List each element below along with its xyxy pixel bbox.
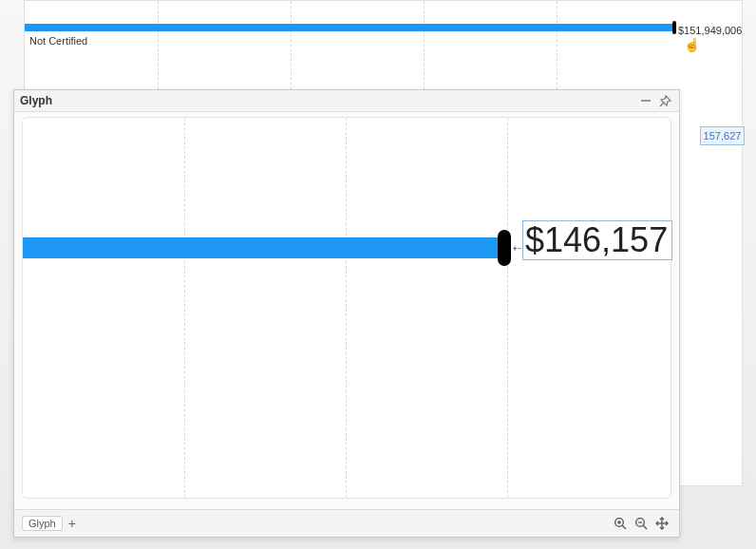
chart-category-label: Not Certified [29,35,87,47]
glyph-tab[interactable]: Glyph [22,516,63,531]
glyph-preview-bar[interactable] [23,237,502,258]
glyph-title-bar: Glyph [14,90,679,112]
pan-button[interactable] [652,514,671,533]
chart-bar-end-tick [672,21,676,34]
svg-line-2 [622,525,626,529]
pin-button[interactable] [656,92,673,109]
svg-line-6 [643,525,647,529]
glyph-gridline [507,118,508,498]
chart-bar-value-label: $151,949,006 [678,25,742,36]
zoom-out-button[interactable] [632,514,651,533]
zoom-in-button[interactable] [611,514,630,533]
glyph-canvas[interactable]: ⇠ $146,157 [22,117,671,499]
chart-bar [25,24,672,31]
drag-handle-icon[interactable]: ⇠ [513,242,521,255]
glyph-panel: Glyph ⇠ $146,157 Glyph + [13,89,680,538]
glyph-preview-tick[interactable] [498,230,511,266]
glyph-gridline [184,118,185,498]
partial-value-label: 157,627 [700,126,745,145]
glyph-title: Glyph [20,94,52,107]
cursor-icon: ☝ [684,37,700,52]
glyph-footer: Glyph + [14,509,679,537]
collapse-button[interactable] [637,92,654,109]
glyph-preview-value[interactable]: $146,157 [522,220,672,260]
glyph-gridline [346,118,347,498]
add-glyph-button[interactable]: + [68,516,76,531]
